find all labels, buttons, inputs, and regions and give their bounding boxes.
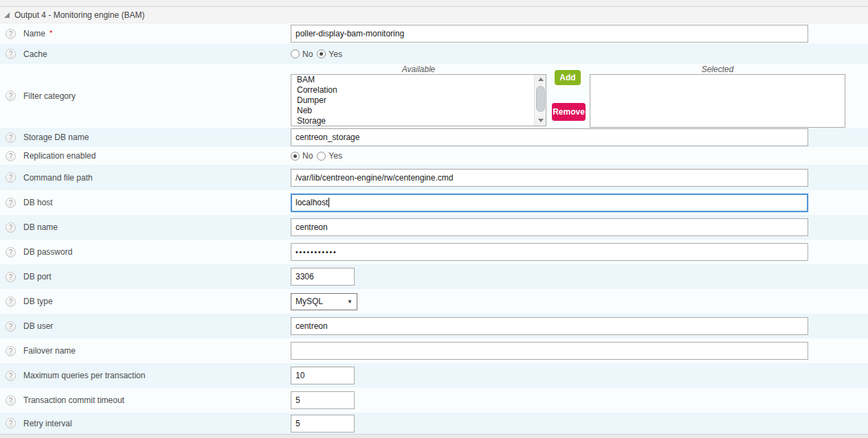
help-icon[interactable]: ?	[5, 247, 16, 257]
scroll-up-icon[interactable]	[535, 75, 546, 84]
field-label-name: Name*	[23, 29, 52, 38]
scroll-down-icon[interactable]	[535, 116, 546, 126]
form-row-db-password: ? DB password	[0, 240, 868, 264]
form-row-transaction-commit-timeout: ? Transaction commit timeout	[0, 388, 868, 413]
available-listbox[interactable]: BAMCorrelationDumperNebStorage	[291, 74, 546, 126]
db-type-select[interactable]: MySQL ▼	[291, 293, 357, 310]
help-icon[interactable]: ?	[5, 297, 16, 307]
failover-name-input[interactable]	[291, 342, 808, 360]
field-label-db-type: DB type	[23, 297, 53, 306]
list-option[interactable]: Storage	[291, 116, 546, 126]
field-label-filter-category: Filter category	[23, 91, 76, 101]
help-icon[interactable]: ?	[5, 29, 16, 39]
help-icon[interactable]: ?	[5, 321, 16, 332]
replication-yes-radio[interactable]: Yes	[317, 151, 342, 161]
collapse-triangle-icon[interactable]	[4, 12, 10, 18]
form-row-name: ? Name*	[0, 23, 868, 44]
form-row-db-type: ? DB type MySQL ▼	[0, 289, 868, 314]
help-icon[interactable]: ?	[5, 346, 16, 356]
selected-caption: Selected	[590, 65, 845, 74]
help-icon[interactable]: ?	[5, 272, 16, 282]
required-asterisk: *	[49, 29, 52, 37]
help-icon[interactable]: ?	[5, 49, 16, 59]
available-caption: Available	[291, 65, 546, 74]
form-row-command-file-path: ? Command file path	[0, 165, 868, 190]
chevron-down-icon: ▼	[347, 299, 353, 305]
help-icon[interactable]: ?	[5, 222, 16, 233]
command-file-path-input[interactable]	[291, 169, 808, 187]
replication-no-radio[interactable]: No	[291, 151, 313, 161]
selected-listbox[interactable]	[590, 74, 845, 128]
field-label-db-host: DB host	[23, 198, 53, 207]
help-icon[interactable]: ?	[5, 418, 16, 428]
field-label-retry-interval: Retry interval	[23, 419, 72, 428]
transaction-commit-timeout-input[interactable]	[291, 391, 355, 409]
help-icon[interactable]: ?	[5, 395, 16, 406]
radio-circle-icon	[317, 152, 326, 161]
db-name-input[interactable]	[291, 218, 808, 236]
text-cursor	[329, 198, 329, 207]
field-label-replication-enabled: Replication enabled	[23, 151, 96, 161]
field-label-db-password: DB password	[23, 247, 72, 257]
section-title: Output 4 - Monitoring engine (BAM)	[14, 10, 144, 20]
db-password-input[interactable]	[291, 243, 808, 261]
help-icon[interactable]: ?	[5, 172, 16, 183]
field-label-cache: Cache	[23, 49, 47, 59]
list-option[interactable]: BAM	[291, 75, 546, 85]
scrollbar-thumb[interactable]	[536, 86, 545, 112]
list-option[interactable]: Neb	[291, 106, 546, 116]
form-row-db-host: ? DB host localhost	[0, 190, 868, 215]
db-user-input[interactable]	[291, 317, 808, 335]
field-label-max-queries: Maximum queries per transaction	[23, 371, 145, 380]
form-row-replication-enabled: ? Replication enabled No Yes	[0, 147, 868, 165]
top-strip	[0, 0, 868, 7]
form-row-db-user: ? DB user	[0, 314, 868, 338]
help-icon[interactable]: ?	[5, 198, 16, 208]
name-input[interactable]	[291, 25, 808, 43]
bam-output-config-page: Output 4 - Monitoring engine (BAM) ? Nam…	[0, 0, 868, 438]
radio-circle-icon	[291, 49, 300, 58]
field-label-failover-name: Failover name	[23, 346, 76, 356]
form-row-db-port: ? DB port	[0, 264, 868, 289]
form-row-retry-interval: ? Retry interval	[0, 413, 868, 434]
form-row-failover-name: ? Failover name	[0, 338, 868, 363]
form-row-cache: ? Cache No Yes	[0, 44, 868, 64]
field-label-db-name: DB name	[23, 222, 58, 232]
db-port-input[interactable]	[291, 268, 355, 286]
listbox-scrollbar[interactable]	[534, 75, 546, 126]
replication-radio-group: No Yes	[291, 151, 346, 161]
bottom-strip	[0, 434, 868, 438]
cache-no-radio[interactable]: No	[291, 49, 313, 59]
field-label-storage-db-name: Storage DB name	[23, 132, 89, 142]
list-option[interactable]: Dumper	[291, 95, 546, 106]
field-label-db-user: DB user	[23, 321, 53, 331]
help-icon[interactable]: ?	[5, 151, 16, 161]
cache-yes-radio[interactable]: Yes	[317, 49, 342, 59]
retry-interval-input[interactable]	[291, 415, 355, 433]
field-label-db-port: DB port	[23, 272, 52, 281]
storage-db-name-input[interactable]	[291, 128, 808, 146]
form-row-db-name: ? DB name	[0, 215, 868, 240]
field-label-transaction-commit-timeout: Transaction commit timeout	[23, 395, 124, 405]
form-row-storage-db-name: ? Storage DB name	[0, 128, 868, 147]
help-icon[interactable]: ?	[5, 371, 16, 381]
list-option[interactable]: Correlation	[291, 85, 546, 95]
remove-button[interactable]: Remove	[552, 103, 586, 121]
radio-circle-icon	[291, 152, 300, 161]
help-icon[interactable]: ?	[5, 91, 16, 101]
max-queries-input[interactable]	[291, 367, 355, 384]
radio-circle-icon	[317, 49, 326, 58]
section-header[interactable]: Output 4 - Monitoring engine (BAM)	[0, 7, 868, 23]
form-row-filter-category: ? Filter category Available BAMCorrelati…	[0, 64, 868, 128]
help-icon[interactable]: ?	[5, 132, 16, 143]
db-host-input[interactable]: localhost	[291, 194, 808, 212]
add-button[interactable]: Add	[555, 70, 581, 85]
form-row-max-queries: ? Maximum queries per transaction	[0, 363, 868, 388]
field-label-command-file-path: Command file path	[23, 173, 93, 183]
cache-radio-group: No Yes	[291, 49, 346, 59]
